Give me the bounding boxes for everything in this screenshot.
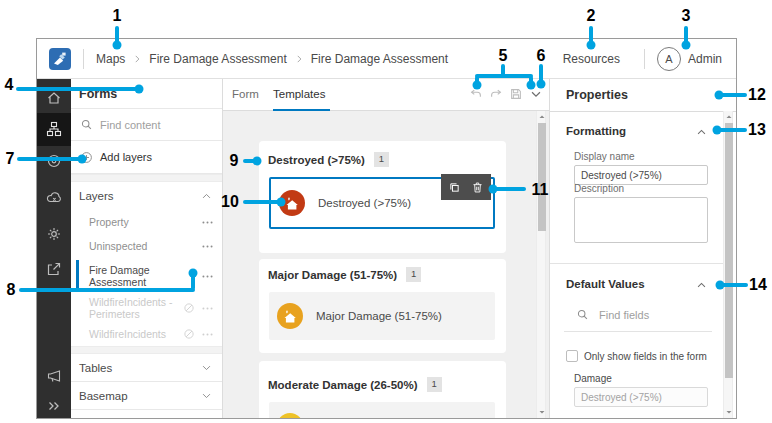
add-layers-button[interactable]: Add layers — [71, 141, 222, 174]
search-icon — [576, 308, 589, 321]
template-group-destroyed: Destroyed (>75%) 1 Destroyed (>75%) — [259, 141, 506, 253]
find-content-search[interactable]: Find content — [71, 109, 222, 141]
save-icon[interactable] — [509, 87, 523, 101]
layer-name: Property — [89, 216, 201, 228]
template-count-badge: 1 — [406, 267, 421, 282]
resources-link[interactable]: Resources — [563, 52, 620, 66]
template-label: Major Damage (51-75%) — [316, 310, 442, 322]
scroll-down-icon[interactable] — [538, 408, 546, 416]
group-title: Major Damage (51-75%) — [268, 269, 397, 281]
callout-14-dot — [716, 281, 725, 290]
callout-14: 14 — [749, 276, 767, 294]
properties-scrollbar[interactable] — [723, 111, 733, 418]
layer-item-property[interactable]: Property — [71, 210, 222, 234]
layer-options-icon[interactable] — [201, 302, 214, 315]
chevron-right-icon — [132, 54, 142, 64]
callout-5: 5 — [499, 47, 508, 65]
layer-options-icon[interactable] — [201, 270, 214, 283]
find-fields-search[interactable]: Find fields — [576, 308, 649, 321]
layer-options-icon[interactable] — [201, 328, 214, 341]
moderate-damage-symbol-icon — [277, 413, 303, 418]
form-tabs-bar: Form Templates — [223, 79, 549, 111]
breadcrumb-maps[interactable]: Maps — [96, 52, 125, 66]
scroll-down-icon[interactable] — [725, 408, 733, 416]
section-gap — [71, 346, 222, 354]
tables-section-header[interactable]: Tables — [71, 354, 222, 382]
callout-7-dot — [78, 155, 87, 164]
forms-panel: Forms Find content Add layers Lay — [71, 79, 223, 418]
layer-item-wildfire-perimeters[interactable]: WildfireIncidents - Perimeters — [71, 294, 222, 322]
only-show-fields-checkbox[interactable] — [566, 350, 578, 362]
properties-panel: Properties Formatting Display name Descr… — [549, 79, 736, 418]
share-icon[interactable] — [46, 261, 62, 277]
layers-header-label: Layers — [71, 190, 201, 202]
callout-8: 8 — [7, 281, 16, 299]
callout-5-dot — [527, 81, 536, 90]
template-count-badge: 1 — [374, 152, 389, 167]
layer-name: Uninspected — [89, 240, 201, 252]
not-supported-icon — [183, 328, 195, 340]
offline-target-icon[interactable] — [46, 153, 62, 169]
callout-5-line — [475, 74, 533, 78]
chevron-down-icon — [201, 362, 212, 373]
forms-builder-icon[interactable] — [46, 121, 62, 137]
template-count-badge: 1 — [427, 377, 442, 392]
breadcrumb-form-name: Fire Damage Assessment — [311, 52, 448, 66]
avatar[interactable]: A — [657, 47, 681, 71]
templates-scrollbar[interactable] — [536, 111, 546, 418]
chevron-up-icon[interactable] — [696, 127, 707, 138]
scroll-up-icon[interactable] — [725, 113, 733, 121]
tab-templates[interactable]: Templates — [273, 79, 325, 110]
callout-4-dot — [135, 85, 144, 94]
scroll-up-icon[interactable] — [538, 113, 546, 121]
properties-title: Properties — [566, 88, 628, 102]
callout-10-dot — [277, 198, 286, 207]
description-textarea[interactable] — [574, 197, 708, 243]
scrollbar-thumb[interactable] — [538, 123, 546, 231]
callout-13: 13 — [748, 121, 766, 139]
divider — [564, 331, 712, 332]
app-window: Maps Fire Damage Assessment Fire Damage … — [36, 38, 737, 419]
expand-rail-icon[interactable] — [46, 398, 62, 414]
layer-options-icon[interactable] — [201, 240, 214, 253]
layers-section-header[interactable]: Layers — [71, 182, 222, 210]
display-name-input[interactable] — [574, 165, 708, 185]
account-menu[interactable]: Admin — [688, 52, 722, 66]
layer-item-wildfire-incidents[interactable]: WildfireIncidents — [71, 322, 222, 346]
active-tab-underline — [273, 109, 330, 111]
divider — [550, 111, 736, 112]
layer-item-uninspected[interactable]: Uninspected — [71, 234, 222, 258]
callout-7: 7 — [6, 150, 15, 168]
redo-icon[interactable] — [489, 87, 503, 101]
settings-gear-icon[interactable] — [46, 226, 62, 242]
cloud-offline-icon[interactable] — [46, 190, 62, 206]
template-card-moderate-damage[interactable]: Moderate Damage (26-50%) — [269, 402, 495, 418]
layer-name: WildfireIncidents - Perimeters — [89, 296, 183, 320]
scrollbar-thumb[interactable] — [725, 123, 733, 378]
topbar-divider — [83, 49, 84, 69]
layer-options-icon[interactable] — [201, 216, 214, 229]
damage-field-label: Damage — [574, 373, 612, 384]
damage-field-value[interactable] — [574, 387, 708, 407]
topbar-divider — [644, 49, 645, 69]
tab-form[interactable]: Form — [232, 79, 259, 110]
basemap-section-header[interactable]: Basemap — [71, 382, 222, 410]
callout-3: 3 — [682, 7, 691, 25]
basemap-header-label: Basemap — [71, 390, 201, 402]
callout-6-dot — [537, 80, 546, 89]
formatting-section-header: Formatting — [566, 125, 626, 137]
home-icon[interactable] — [46, 90, 62, 106]
duplicate-icon[interactable] — [448, 181, 461, 194]
breadcrumb-map-name[interactable]: Fire Damage Assessment — [149, 52, 286, 66]
callout-13-line — [717, 128, 747, 132]
template-card-major-damage[interactable]: Major Damage (51-75%) — [269, 292, 495, 340]
chevron-down-icon — [201, 390, 212, 401]
tables-header-label: Tables — [71, 362, 201, 374]
feedback-megaphone-icon[interactable] — [46, 368, 62, 384]
chevron-right-icon — [294, 54, 304, 64]
delete-trash-icon[interactable] — [471, 181, 484, 194]
section-gap — [71, 174, 222, 182]
callout-2-dot — [587, 41, 596, 50]
only-show-fields-label: Only show fields in the form — [584, 351, 707, 362]
chevron-up-icon[interactable] — [696, 280, 707, 291]
